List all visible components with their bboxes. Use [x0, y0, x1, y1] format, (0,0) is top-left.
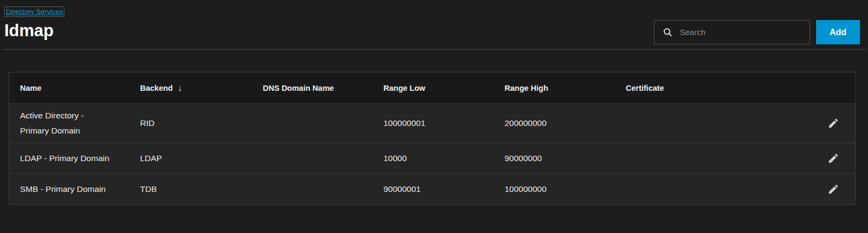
column-header-backend-label: Backend [140, 84, 173, 92]
search-icon [662, 27, 673, 37]
table-row-smb[interactable]: SMB - Primary Domain TDB 90000001 100000… [9, 174, 856, 204]
cell-name: LDAP - Primary Domain [9, 147, 129, 170]
edit-button[interactable] [824, 180, 843, 198]
cell-range-high: 200000000 [494, 118, 615, 128]
column-header-dns-domain[interactable]: DNS Domain Name [252, 84, 373, 92]
search-input[interactable] [680, 21, 810, 44]
pencil-icon [827, 183, 839, 195]
cell-backend: LDAP [129, 154, 252, 163]
cell-range-low: 10000 [373, 154, 494, 163]
edit-button[interactable] [824, 149, 843, 168]
page-header: Directory Services Idmap Add [0, 0, 868, 41]
edit-button[interactable] [824, 114, 843, 132]
table-row-ldap[interactable]: LDAP - Primary Domain LDAP 10000 9000000… [9, 143, 856, 174]
cell-backend: TDB [129, 184, 252, 194]
pencil-icon [827, 152, 839, 164]
toolbar: Add [654, 20, 860, 44]
idmap-table: Name Backend↓ DNS Domain Name Range Low … [9, 72, 856, 205]
pencil-icon [827, 117, 839, 129]
cell-range-high: 100000000 [494, 184, 615, 194]
table-row-active-directory[interactable]: Active Directory - Primary Domain RID 10… [9, 103, 856, 143]
column-header-certificate[interactable]: Certificate [615, 84, 736, 92]
column-header-range-high[interactable]: Range High [494, 84, 615, 92]
add-button[interactable]: Add [816, 20, 860, 44]
table-header-row: Name Backend↓ DNS Domain Name Range Low … [9, 72, 856, 103]
column-header-backend[interactable]: Backend↓ [129, 83, 252, 93]
cell-name: Active Directory - Primary Domain [9, 104, 129, 143]
column-header-name[interactable]: Name [9, 84, 129, 92]
cell-range-high: 90000000 [494, 154, 615, 163]
column-header-range-low[interactable]: Range Low [373, 84, 494, 92]
cell-range-low: 100000001 [373, 118, 494, 128]
cell-range-low: 90000001 [373, 184, 494, 194]
header-divider [3, 49, 865, 50]
cell-backend: RID [129, 118, 252, 128]
breadcrumb-directory-services[interactable]: Directory Services [4, 6, 64, 17]
cell-name: SMB - Primary Domain [9, 177, 129, 201]
search-box[interactable] [654, 20, 810, 44]
sort-desc-icon: ↓ [177, 83, 182, 92]
